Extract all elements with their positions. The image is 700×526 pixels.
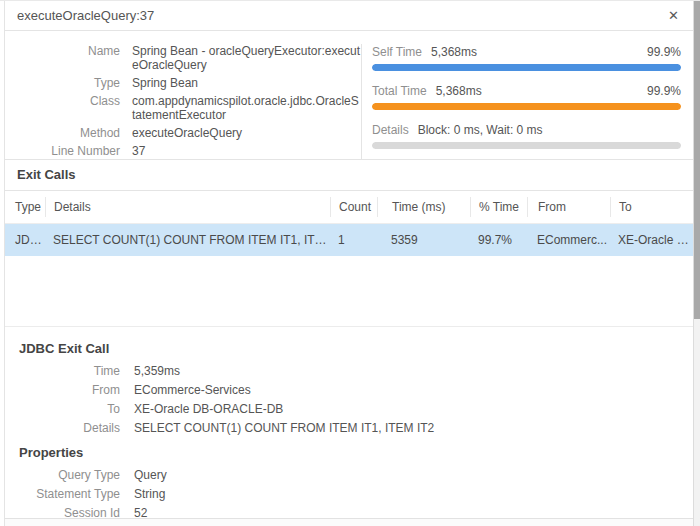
self-time-bar-track (372, 64, 681, 71)
close-icon[interactable]: ✕ (668, 9, 679, 22)
metric-label: Total Time (372, 84, 427, 98)
detail-value: SELECT COUNT(1) COUNT FROM ITEM IT1, ITE… (134, 421, 434, 436)
metric-label: Self Time (372, 45, 422, 59)
metric-value: Block: 0 ms, Wait: 0 ms (418, 123, 543, 137)
info-row-type: Type Spring Bean (5, 76, 361, 90)
call-drilldown-dialog: executeOracleQuery:37 ✕ Name Spring Bean… (0, 0, 700, 526)
row-type: JDBC (5, 233, 45, 247)
detail-value: 5,359ms (134, 364, 180, 379)
column-header-to[interactable]: To (610, 197, 693, 217)
column-header-from[interactable]: From (527, 197, 610, 217)
total-time-bar (372, 103, 681, 110)
detail-label: Time (19, 364, 120, 379)
row-to: XE-Oracle D... (610, 233, 693, 247)
self-time-bar (372, 64, 681, 71)
info-row-class: Class com.appdynamicspilot.oracle.jdbc.O… (5, 94, 361, 122)
field-value: com.appdynamicspilot.oracle.jdbc.OracleS… (132, 94, 361, 122)
dialog-titlebar: executeOracleQuery:37 ✕ (5, 1, 693, 31)
dialog-title: executeOracleQuery:37 (17, 8, 154, 23)
detail-label: From (19, 383, 120, 398)
info-row-name: Name Spring Bean - oracleQueryExecutor:e… (5, 44, 361, 72)
property-row-statement-type: Statement Type String (19, 487, 693, 502)
dialog-bottom-edge (5, 518, 693, 526)
detail-row-details: Details SELECT COUNT(1) COUNT FROM ITEM … (19, 421, 693, 436)
info-row-line-number: Line Number 37 (5, 144, 361, 158)
row-count: 1 (330, 233, 377, 247)
detail-value: XE-Oracle DB-ORACLE-DB (134, 402, 283, 417)
row-details: SELECT COUNT(1) COUNT FROM ITEM IT1, ITE… (45, 233, 330, 247)
total-time-bar-track (372, 103, 681, 110)
metric-label: Details (372, 123, 409, 137)
detail-row-time: Time 5,359ms (19, 364, 693, 379)
column-header-count[interactable]: Count (330, 197, 377, 217)
field-value: executeOracleQuery (132, 126, 361, 140)
detail-label: To (19, 402, 120, 417)
properties-heading: Properties (19, 445, 693, 460)
property-value: Query (134, 468, 167, 483)
property-row-query-type: Query Type Query (19, 468, 693, 483)
metric-percent: 99.9% (647, 45, 681, 59)
exit-call-detail-section: JDBC Exit Call Time 5,359ms From ECommer… (5, 327, 693, 521)
exit-calls-table: Type Details Count Time (ms) % Time From… (5, 191, 693, 327)
column-header-pct-time[interactable]: % Time (470, 197, 527, 217)
detail-value: ECommerce-Services (134, 383, 251, 398)
property-label: Query Type (19, 468, 120, 483)
metric-value: 5,368ms (431, 45, 477, 59)
property-label: Statement Type (19, 487, 120, 502)
summary-section: Name Spring Bean - oracleQueryExecutor:e… (5, 31, 693, 160)
exit-calls-table-header: Type Details Count Time (ms) % Time From… (5, 191, 693, 224)
column-header-type[interactable]: Type (5, 197, 45, 217)
field-value: 37 (132, 144, 361, 158)
jdbc-exit-call-heading: JDBC Exit Call (19, 341, 693, 356)
exit-calls-heading: Exit Calls (5, 160, 693, 191)
details-metric: Details Block: 0 ms, Wait: 0 ms (372, 123, 681, 149)
metric-value: 5,368ms (436, 84, 482, 98)
self-time-metric: Self Time 5,368ms 99.9% (372, 45, 681, 71)
scrollbar-thumb[interactable] (694, 1, 700, 319)
field-label: Type (5, 76, 120, 90)
column-header-details[interactable]: Details (45, 197, 330, 217)
info-row-method: Method executeOracleQuery (5, 126, 361, 140)
field-label: Class (5, 94, 120, 122)
metric-percent: 99.9% (647, 84, 681, 98)
detail-row-to: To XE-Oracle DB-ORACLE-DB (19, 402, 693, 417)
column-header-time-ms[interactable]: Time (ms) (377, 197, 470, 217)
total-time-metric: Total Time 5,368ms 99.9% (372, 84, 681, 110)
call-info-panel: Name Spring Bean - oracleQueryExecutor:e… (5, 44, 362, 159)
table-empty-area (5, 256, 693, 327)
row-pct-time: 99.7% (470, 233, 527, 247)
field-label: Name (5, 44, 120, 72)
property-value: String (134, 487, 165, 502)
vertical-scrollbar[interactable] (693, 1, 700, 526)
table-row[interactable]: JDBC SELECT COUNT(1) COUNT FROM ITEM IT1… (5, 224, 693, 256)
time-metrics-panel: Self Time 5,368ms 99.9% Total Time 5,368… (362, 44, 693, 159)
field-label: Method (5, 126, 120, 140)
detail-label: Details (19, 421, 120, 436)
details-bar-track (372, 142, 681, 149)
details-bar (372, 142, 681, 149)
field-label: Line Number (5, 144, 120, 158)
dialog-body: executeOracleQuery:37 ✕ Name Spring Bean… (4, 1, 693, 526)
detail-row-from: From ECommerce-Services (19, 383, 693, 398)
field-value: Spring Bean - oracleQueryExecutor:execut… (132, 44, 361, 72)
field-value: Spring Bean (132, 76, 361, 90)
row-time-ms: 5359 (377, 233, 470, 247)
row-from: ECommerc... (527, 233, 610, 247)
